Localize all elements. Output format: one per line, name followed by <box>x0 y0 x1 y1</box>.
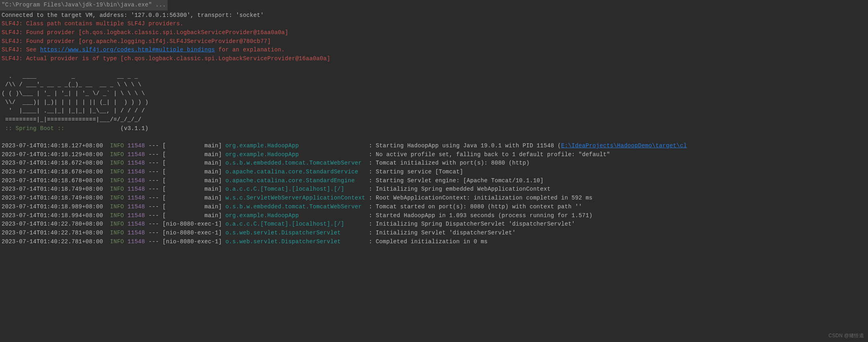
spring-banner-line: =========|_|==============|___/=/_/_/_/ <box>2 116 866 124</box>
log-pid: 11548 <box>127 151 145 158</box>
log-logger: org.example.HadoopApp <box>225 151 365 158</box>
log-logger: o.s.web.servlet.DispatcherServlet <box>225 230 365 236</box>
spring-boot-version-line: :: Spring Boot :: (v3.1.1) <box>2 124 866 133</box>
log-timestamp: 2023-07-14T01:40:18.678+08:00 <box>2 169 110 175</box>
log-line: 2023-07-14T01:40:18.994+08:00 INFO 11548… <box>2 212 866 220</box>
log-message: : Starting Servlet engine: [Apache Tomca… <box>365 177 544 184</box>
log-thread: --- [ main] <box>145 212 225 219</box>
log-level: INFO <box>110 204 124 210</box>
log-timestamp: 2023-07-14T01:40:18.749+08:00 <box>2 195 110 201</box>
log-level: INFO <box>110 151 124 158</box>
log-timestamp: 2023-07-14T01:40:22.780+08:00 <box>2 221 110 227</box>
log-thread: --- [nio-8080-exec-1] <box>145 230 225 236</box>
log-level: INFO <box>110 186 124 192</box>
log-timestamp: 2023-07-14T01:40:18.989+08:00 <box>2 204 110 210</box>
slf4j-warning-line: SLF4J: Actual provider is of type [ch.qo… <box>2 55 866 63</box>
log-level: INFO <box>110 142 124 149</box>
log-thread: --- [ main] <box>145 204 225 210</box>
log-line: 2023-07-14T01:40:18.678+08:00 INFO 11548… <box>2 168 866 177</box>
spring-banner-line: ( ( )\___ | '_ | '_| | '_ \/ _` | \ \ \ … <box>2 90 866 98</box>
log-line: 2023-07-14T01:40:18.749+08:00 INFO 11548… <box>2 185 866 194</box>
log-thread: --- [ main] <box>145 177 225 184</box>
slf4j-warning-line: SLF4J: Class path contains multiple SLF4… <box>2 20 866 28</box>
log-message: : Starting service [Tomcat] <box>365 169 463 175</box>
log-message: : Tomcat initialized with port(s): 8080 … <box>365 160 530 166</box>
log-line: 2023-07-14T01:40:18.672+08:00 INFO 11548… <box>2 159 866 168</box>
log-level: INFO <box>110 230 124 236</box>
log-logger: o.a.c.c.C.[Tomcat].[localhost].[/] <box>225 221 365 227</box>
log-line: 2023-07-14T01:40:18.127+08:00 INFO 11548… <box>2 142 866 151</box>
log-pid: 11548 <box>127 142 145 149</box>
log-pid: 11548 <box>127 221 145 227</box>
log-pid: 11548 <box>127 160 145 166</box>
log-message: : Tomcat started on port(s): 8080 (http)… <box>365 204 582 210</box>
log-logger: org.example.HadoopApp <box>225 212 365 219</box>
log-line: 2023-07-14T01:40:18.678+08:00 INFO 11548… <box>2 177 866 185</box>
log-message: : Completed initialization in 0 ms <box>365 238 488 245</box>
log-logger: o.apache.catalina.core.StandardService <box>225 169 365 175</box>
log-level: INFO <box>110 221 124 227</box>
slf4j-warning-line: SLF4J: See https://www.slf4j.org/codes.h… <box>2 46 866 55</box>
log-thread: --- [nio-8080-exec-1] <box>145 238 225 245</box>
vm-connect-line: Connected to the target VM, address: '12… <box>2 11 866 20</box>
log-logger: o.s.web.servlet.DispatcherServlet <box>225 238 365 245</box>
spring-banner-line: \\/ ___)| |_)| | | | | || (_| | ) ) ) ) <box>2 98 866 107</box>
log-level: INFO <box>110 212 124 219</box>
log-level: INFO <box>110 169 124 175</box>
log-message: : Starting HadoopApp using Java 19.0.1 w… <box>365 142 561 149</box>
log-message: : Started HadoopApp in 1.093 seconds (pr… <box>365 212 593 219</box>
log-message: : Initializing Spring embedded WebApplic… <box>365 186 551 192</box>
slf4j-suffix: for an explanation. <box>215 47 285 53</box>
log-line: 2023-07-14T01:40:22.780+08:00 INFO 11548… <box>2 220 866 229</box>
slf4j-warning-line: SLF4J: Found provider [org.apache.loggin… <box>2 37 866 46</box>
spring-banner-line: /\\ / ___'_ __ _ _(_)_ __ __ _ \ \ \ \ <box>2 81 866 90</box>
log-level: INFO <box>110 177 124 184</box>
command-header: "C:\Program Files\Java\jdk-19\bin\java.e… <box>0 0 168 10</box>
log-thread: --- [ main] <box>145 160 225 166</box>
slf4j-warning-line: SLF4J: Found provider [ch.qos.logback.cl… <box>2 28 866 37</box>
log-thread: --- [ main] <box>145 151 225 158</box>
console-output: Connected to the target VM, address: '12… <box>0 10 868 250</box>
log-thread: --- [ main] <box>145 186 225 192</box>
log-line: 2023-07-14T01:40:18.129+08:00 INFO 11548… <box>2 151 866 159</box>
log-logger: o.a.c.c.C.[Tomcat].[localhost].[/] <box>225 186 365 192</box>
log-timestamp: 2023-07-14T01:40:22.781+08:00 <box>2 238 110 245</box>
log-pid: 11548 <box>127 238 145 245</box>
spring-boot-version: (v3.1.1) <box>68 125 148 132</box>
log-line: 2023-07-14T01:40:18.749+08:00 INFO 11548… <box>2 194 866 203</box>
log-message: : Initializing Spring DispatcherServlet … <box>365 221 575 227</box>
log-pid: 11548 <box>127 230 145 236</box>
log-line: 2023-07-14T01:40:22.781+08:00 INFO 11548… <box>2 238 866 246</box>
log-level: INFO <box>110 238 124 245</box>
log-level: INFO <box>110 195 124 201</box>
slf4j-prefix: SLF4J: See <box>2 47 40 53</box>
log-timestamp: 2023-07-14T01:40:18.749+08:00 <box>2 186 110 192</box>
log-message: : Root WebApplicationContext: initializa… <box>365 195 593 201</box>
log-timestamp: 2023-07-14T01:40:18.994+08:00 <box>2 212 110 219</box>
log-logger: o.apache.catalina.core.StandardEngine <box>225 177 365 184</box>
log-timestamp: 2023-07-14T01:40:22.781+08:00 <box>2 230 110 236</box>
log-pid: 11548 <box>127 195 145 201</box>
log-line: 2023-07-14T01:40:22.781+08:00 INFO 11548… <box>2 229 866 238</box>
log-timestamp: 2023-07-14T01:40:18.672+08:00 <box>2 160 110 166</box>
log-pid: 11548 <box>127 169 145 175</box>
log-pid: 11548 <box>127 177 145 184</box>
log-pid: 11548 <box>127 186 145 192</box>
spring-banner-line: ' |____| .__|_| |_|_| |_\__, | / / / / <box>2 107 866 116</box>
log-timestamp: 2023-07-14T01:40:18.127+08:00 <box>2 142 110 149</box>
log-timestamp: 2023-07-14T01:40:18.129+08:00 <box>2 151 110 158</box>
slf4j-link[interactable]: https://www.slf4j.org/codes.html#multipl… <box>40 47 215 53</box>
log-logger: w.s.c.ServletWebServerApplicationContext <box>225 195 365 201</box>
log-thread: --- [nio-8080-exec-1] <box>145 221 225 227</box>
log-thread: --- [ main] <box>145 169 225 175</box>
log-path-link[interactable]: E:\IdeaProjects\HadoopDemo\target\cl <box>561 142 687 149</box>
log-thread: --- [ main] <box>145 195 225 201</box>
log-message: : No active profile set, falling back to… <box>365 151 610 158</box>
spring-boot-label: :: Spring Boot :: <box>2 125 68 132</box>
log-pid: 11548 <box>127 212 145 219</box>
log-timestamp: 2023-07-14T01:40:18.678+08:00 <box>2 177 110 184</box>
log-message: : Initializing Servlet 'dispatcherServle… <box>365 230 516 236</box>
log-thread: --- [ main] <box>145 142 225 149</box>
log-logger: o.s.b.w.embedded.tomcat.TomcatWebServer <box>225 204 365 210</box>
spring-banner-line: . ____ _ __ _ _ <box>2 72 866 81</box>
